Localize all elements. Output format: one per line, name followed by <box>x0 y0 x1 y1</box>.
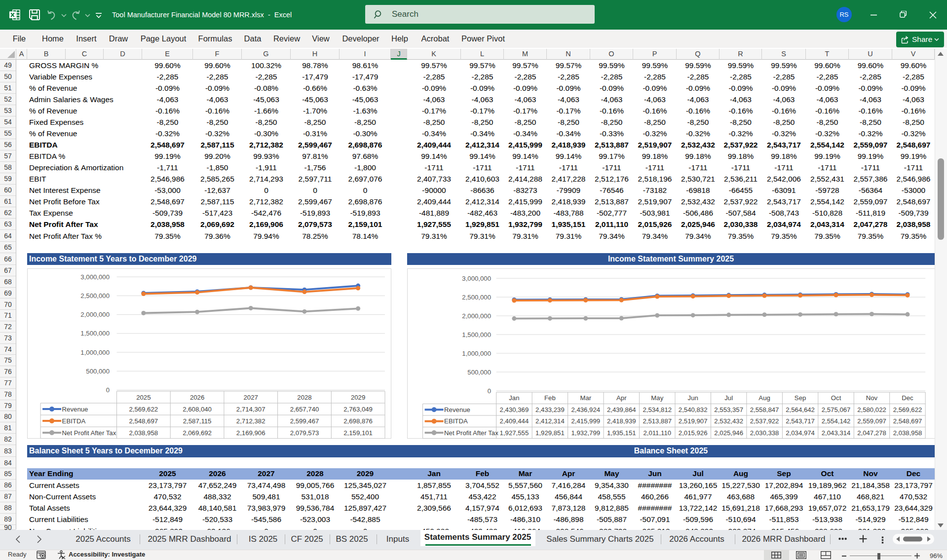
svg-text:500,000: 500,000 <box>86 368 110 375</box>
svg-text:2,532,432: 2,532,432 <box>714 417 743 425</box>
svg-text:2,500,000: 2,500,000 <box>462 294 491 301</box>
svg-text:Net Profit After Tax: Net Profit After Tax <box>62 429 116 437</box>
svg-text:2,558,847: 2,558,847 <box>750 406 779 413</box>
svg-text:1,500,000: 1,500,000 <box>462 331 491 338</box>
svg-text:Net Profit After Tax: Net Profit After Tax <box>444 429 498 437</box>
svg-text:2,069,692: 2,069,692 <box>183 429 212 437</box>
svg-text:2,436,924: 2,436,924 <box>571 406 600 413</box>
svg-text:1,000,000: 1,000,000 <box>462 350 491 357</box>
svg-text:1,500,000: 1,500,000 <box>80 330 110 337</box>
svg-text:2,575,067: 2,575,067 <box>822 406 851 413</box>
svg-text:2,409,444: 2,409,444 <box>500 417 529 425</box>
svg-text:2,439,864: 2,439,864 <box>607 406 636 413</box>
svg-text:2025: 2025 <box>136 394 151 401</box>
svg-text:Revenue: Revenue <box>444 406 470 413</box>
svg-text:2,430,369: 2,430,369 <box>500 406 529 413</box>
svg-text:2,540,832: 2,540,832 <box>679 406 708 413</box>
svg-text:2,034,974: 2,034,974 <box>786 429 815 437</box>
svg-text:2,418,939: 2,418,939 <box>607 417 636 425</box>
svg-text:1,935,151: 1,935,151 <box>607 429 636 437</box>
svg-text:2,534,812: 2,534,812 <box>643 406 672 413</box>
svg-text:2026: 2026 <box>190 394 204 401</box>
svg-text:2,554,142: 2,554,142 <box>822 417 851 425</box>
svg-text:2,043,314: 2,043,314 <box>822 429 851 437</box>
svg-text:2,079,573: 2,079,573 <box>290 429 319 437</box>
svg-text:3,000,000: 3,000,000 <box>80 273 110 281</box>
svg-text:2,587,115: 2,587,115 <box>183 417 212 425</box>
svg-text:2,513,887: 2,513,887 <box>643 417 672 425</box>
svg-text:2,543,717: 2,543,717 <box>786 417 815 425</box>
svg-text:500,000: 500,000 <box>467 369 491 376</box>
svg-text:2,599,467: 2,599,467 <box>290 417 319 425</box>
svg-text:2,500,000: 2,500,000 <box>80 292 110 299</box>
svg-text:Feb: Feb <box>544 394 556 402</box>
svg-text:1,000,000: 1,000,000 <box>80 349 110 356</box>
svg-text:1,927,555: 1,927,555 <box>500 429 529 437</box>
svg-text:2,169,906: 2,169,906 <box>236 429 265 437</box>
svg-text:2,015,926: 2,015,926 <box>679 429 708 437</box>
svg-text:2029: 2029 <box>351 394 365 401</box>
svg-text:2,415,999: 2,415,999 <box>571 417 600 425</box>
svg-text:2,519,907: 2,519,907 <box>679 417 708 425</box>
svg-text:EBITDA: EBITDA <box>444 417 468 425</box>
svg-text:2,712,382: 2,712,382 <box>236 417 265 425</box>
svg-text:2,025,946: 2,025,946 <box>714 429 743 437</box>
svg-text:2,038,958: 2,038,958 <box>893 429 922 437</box>
svg-text:EBITDA: EBITDA <box>62 417 86 425</box>
svg-text:2,548,697: 2,548,697 <box>893 417 922 425</box>
svg-text:2,030,338: 2,030,338 <box>750 429 779 437</box>
svg-text:2,412,314: 2,412,314 <box>535 417 565 425</box>
svg-text:2,553,357: 2,553,357 <box>714 406 743 413</box>
svg-text:Sep: Sep <box>795 394 806 402</box>
svg-text:2,537,922: 2,537,922 <box>750 417 779 425</box>
svg-text:2,714,307: 2,714,307 <box>236 406 265 413</box>
svg-text:Oct: Oct <box>831 394 841 402</box>
svg-text:Aug: Aug <box>758 394 770 402</box>
svg-text:2,657,740: 2,657,740 <box>290 406 319 413</box>
svg-text:2028: 2028 <box>297 394 311 401</box>
svg-text:Jun: Jun <box>688 394 698 402</box>
svg-text:1,932,799: 1,932,799 <box>571 429 600 437</box>
svg-text:3,000,000: 3,000,000 <box>462 275 491 282</box>
svg-text:Jul: Jul <box>724 394 733 402</box>
svg-text:0: 0 <box>106 386 110 394</box>
svg-text:2,569,622: 2,569,622 <box>129 406 158 413</box>
svg-text:2,564,642: 2,564,642 <box>786 406 815 413</box>
svg-text:2,047,278: 2,047,278 <box>857 429 886 437</box>
svg-text:Jan: Jan <box>509 394 519 402</box>
svg-text:2,038,958: 2,038,958 <box>129 429 158 437</box>
svg-text:2,763,049: 2,763,049 <box>343 406 373 413</box>
svg-text:2,548,697: 2,548,697 <box>129 417 158 425</box>
svg-text:Nov: Nov <box>866 394 878 402</box>
svg-text:2,559,097: 2,559,097 <box>857 417 886 425</box>
svg-text:2,580,022: 2,580,022 <box>857 406 886 413</box>
svg-text:May: May <box>651 394 663 402</box>
svg-text:2,011,110: 2,011,110 <box>643 429 671 437</box>
svg-text:2,000,000: 2,000,000 <box>80 311 110 318</box>
svg-text:2,159,101: 2,159,101 <box>343 429 373 437</box>
svg-text:2,569,622: 2,569,622 <box>893 406 922 413</box>
svg-text:2,608,040: 2,608,040 <box>183 406 212 413</box>
svg-text:2,433,239: 2,433,239 <box>535 406 565 413</box>
svg-text:2,698,876: 2,698,876 <box>343 417 373 425</box>
svg-text:Dec: Dec <box>902 394 913 402</box>
svg-text:Mar: Mar <box>580 394 591 402</box>
svg-text:2027: 2027 <box>244 394 258 401</box>
svg-text:Apr: Apr <box>616 394 627 402</box>
svg-text:Revenue: Revenue <box>62 406 88 413</box>
svg-text:2,000,000: 2,000,000 <box>462 312 491 320</box>
svg-text:0: 0 <box>488 387 491 395</box>
svg-text:1,929,851: 1,929,851 <box>535 429 565 437</box>
